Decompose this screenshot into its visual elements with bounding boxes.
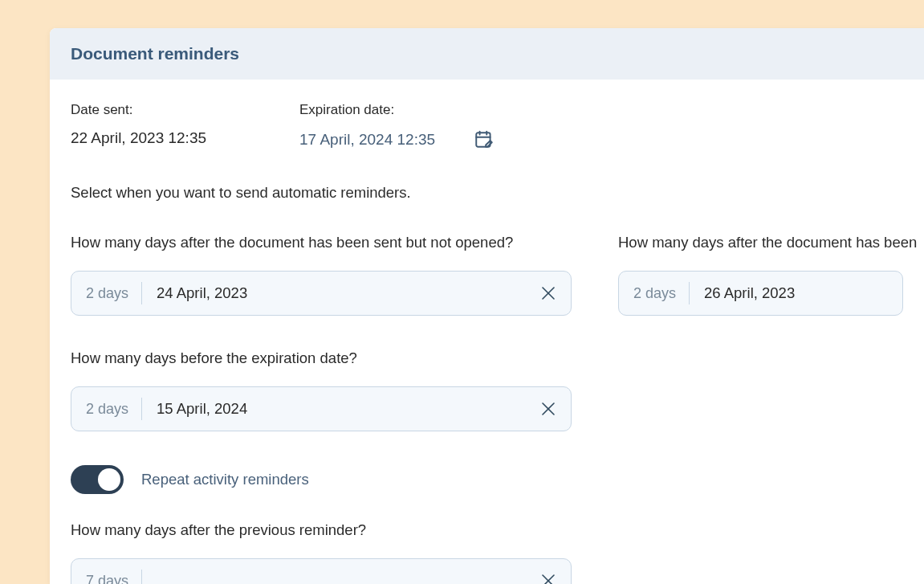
reminder-columns: How many days after the document has bee… bbox=[71, 234, 903, 584]
document-reminders-panel: Document reminders Date sent: 22 April, … bbox=[50, 28, 924, 584]
repeat-days: 7 days bbox=[86, 573, 141, 585]
not-opened-group: How many days after the document has bee… bbox=[71, 234, 572, 316]
before-exp-date: 15 April, 2024 bbox=[157, 400, 539, 418]
divider bbox=[689, 282, 690, 304]
panel-title: Document reminders bbox=[71, 44, 903, 63]
divider bbox=[141, 282, 142, 304]
date-sent-block: Date sent: 22 April, 2023 12:35 bbox=[71, 102, 206, 150]
before-exp-question: How many days before the expiration date… bbox=[71, 349, 572, 367]
repeat-toggle[interactable] bbox=[71, 465, 124, 494]
panel-header: Document reminders bbox=[50, 28, 924, 80]
not-opened-days: 2 days bbox=[86, 285, 141, 302]
has-been-question: How many days after the document has bee… bbox=[618, 234, 903, 251]
panel-body: Date sent: 22 April, 2023 12:35 Expirati… bbox=[50, 80, 924, 584]
calendar-edit-icon[interactable] bbox=[474, 129, 495, 150]
before-exp-input[interactable]: 2 days 15 April, 2024 bbox=[71, 386, 572, 431]
repeat-toggle-label: Repeat activity reminders bbox=[141, 471, 309, 488]
toggle-knob bbox=[98, 468, 120, 491]
svg-rect-0 bbox=[476, 133, 490, 146]
not-opened-question: How many days after the document has bee… bbox=[71, 234, 572, 251]
divider bbox=[141, 570, 142, 584]
repeat-input[interactable]: 7 days bbox=[71, 558, 572, 584]
instruction-text: Select when you want to send automatic r… bbox=[71, 184, 903, 202]
repeat-question: How many days after the previous reminde… bbox=[71, 521, 572, 539]
not-opened-input[interactable]: 2 days 24 April, 2023 bbox=[71, 271, 572, 316]
before-exp-days: 2 days bbox=[86, 401, 141, 418]
date-row: Date sent: 22 April, 2023 12:35 Expirati… bbox=[71, 102, 903, 150]
expiration-date-value: 17 April, 2024 12:35 bbox=[299, 131, 435, 149]
has-been-input[interactable]: 2 days 26 April, 2023 bbox=[618, 271, 903, 316]
date-sent-label: Date sent: bbox=[71, 102, 206, 118]
close-icon[interactable] bbox=[539, 571, 558, 584]
divider bbox=[141, 398, 142, 420]
close-icon[interactable] bbox=[539, 399, 558, 419]
repeat-group: How many days after the previous reminde… bbox=[71, 521, 572, 584]
expiration-date-block: Expiration date: 17 April, 2024 12:35 bbox=[299, 102, 495, 150]
repeat-toggle-row: Repeat activity reminders bbox=[71, 465, 572, 494]
date-sent-value: 22 April, 2023 12:35 bbox=[71, 129, 206, 147]
left-column: How many days after the document has bee… bbox=[71, 234, 572, 584]
has-been-days: 2 days bbox=[633, 285, 689, 302]
right-column: How many days after the document has bee… bbox=[618, 234, 903, 584]
expiration-date-label: Expiration date: bbox=[299, 102, 495, 118]
before-exp-group: How many days before the expiration date… bbox=[71, 349, 572, 431]
has-been-date: 26 April, 2023 bbox=[704, 284, 889, 302]
close-icon[interactable] bbox=[539, 284, 558, 303]
has-been-group: How many days after the document has bee… bbox=[618, 234, 903, 316]
not-opened-date: 24 April, 2023 bbox=[157, 284, 539, 302]
